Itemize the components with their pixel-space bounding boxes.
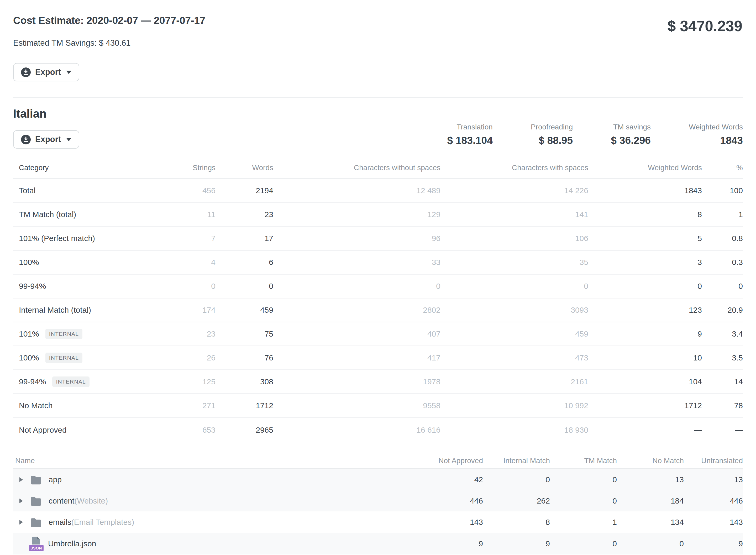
files-table: NameNot ApprovedInternal MatchTM MatchNo… (13, 453, 743, 554)
value-cell: 143 (684, 511, 743, 533)
value-cell: 0 (441, 274, 588, 298)
value-cell: 1843 (588, 179, 702, 202)
value-cell: 143 (416, 511, 483, 533)
file-row[interactable]: content(Website)4462620184446 (13, 490, 743, 511)
value-cell: 3.4 (702, 323, 743, 345)
category-label: Total (19, 186, 36, 195)
cost-breakdown-table: CategoryStringsWordsCharacters without s… (13, 157, 743, 442)
value-cell: 0 (617, 533, 684, 554)
value-cell: 1712 (216, 394, 273, 417)
expand-arrow-icon[interactable] (19, 499, 23, 503)
file-row[interactable]: emails(Email Templates)14381134143 (13, 511, 743, 533)
table-row: 100%46333530.3 (13, 251, 743, 274)
stat-label: Weighted Words (689, 123, 743, 131)
expand-arrow-icon[interactable] (19, 520, 23, 524)
category-cell: 101%INTERNAL (13, 323, 160, 345)
value-cell: 0 (588, 274, 702, 298)
category-label: TM Match (total) (19, 210, 76, 219)
category-cell: No Match (13, 394, 160, 417)
value-cell: 653 (160, 418, 216, 442)
export-button-label: Export (35, 68, 61, 77)
column-header: Characters without spaces (273, 157, 441, 178)
value-cell: 13 (684, 469, 743, 490)
language-export-button[interactable]: Export (13, 130, 79, 148)
value-cell: 14 (702, 370, 743, 393)
value-cell: 2802 (273, 299, 441, 322)
stat-block: TM savings$ 36.296 (611, 123, 651, 146)
value-cell: 174 (160, 299, 216, 322)
value-cell: 459 (216, 299, 273, 322)
estimated-tm-savings: Estimated TM Savings: $ 430.61 (13, 38, 130, 48)
category-label: Not Approved (19, 426, 67, 434)
value-cell: 9558 (273, 394, 441, 417)
value-cell: — (702, 418, 743, 442)
value-cell: 134 (617, 511, 684, 533)
value-cell: 2965 (216, 418, 273, 442)
value-cell: 446 (416, 490, 483, 511)
value-cell: 10 (588, 346, 702, 370)
value-cell: 141 (441, 203, 588, 226)
internal-badge: INTERNAL (52, 377, 89, 387)
value-cell: 2161 (441, 370, 588, 393)
stat-value: 1843 (689, 135, 743, 146)
category-cell: Total (13, 179, 160, 202)
category-label: 99-94% (19, 282, 46, 291)
category-label: 101% (19, 330, 39, 338)
column-header: Untranslated (684, 453, 743, 468)
download-icon (21, 135, 31, 144)
value-cell: 9 (588, 323, 702, 345)
value-cell: 26 (160, 346, 216, 370)
category-cell: 100% (13, 251, 160, 274)
value-cell: 9 (483, 533, 550, 554)
folder-icon (30, 496, 42, 506)
value-cell: 1712 (588, 394, 702, 417)
total-cost: $ 3470.239 (668, 17, 742, 35)
table-row: Internal Match (total)174459280230931232… (13, 299, 743, 323)
category-cell: 100%INTERNAL (13, 346, 160, 370)
file-row[interactable]: app42001313 (13, 469, 743, 490)
file-name-cell: emails(Email Templates) (13, 511, 416, 533)
value-cell: 0 (160, 274, 216, 298)
column-header: Internal Match (483, 453, 550, 468)
file-name-suffix: (Website) (74, 497, 108, 505)
column-header: Name (13, 453, 416, 468)
expand-arrow-icon[interactable] (19, 477, 23, 482)
files-table-header: NameNot ApprovedInternal MatchTM MatchNo… (13, 453, 743, 469)
stat-label: Proofreading (531, 123, 573, 131)
value-cell: 459 (441, 323, 588, 345)
value-cell: 13 (617, 469, 684, 490)
value-cell: 7 (160, 227, 216, 250)
value-cell: 12 489 (273, 179, 441, 202)
column-header: Weighted Words (588, 157, 702, 178)
value-cell: 8 (483, 511, 550, 533)
table-row: TM Match (total)112312914181 (13, 203, 743, 227)
category-cell: 99-94%INTERNAL (13, 370, 160, 393)
file-name: emails (49, 518, 72, 527)
column-header: Not Approved (416, 453, 483, 468)
value-cell: 5 (588, 227, 702, 250)
table-row: 101%INTERNAL237540745993.4 (13, 323, 743, 346)
cost-table-header: CategoryStringsWordsCharacters without s… (13, 157, 743, 179)
cost-table-body: Total456219412 48914 2261843100TM Match … (13, 179, 743, 442)
stat-block: Proofreading$ 88.95 (531, 123, 573, 146)
stat-value: $ 36.296 (611, 135, 651, 146)
value-cell: 184 (617, 490, 684, 511)
file-row[interactable]: JSONUmbrella.json99009 (13, 533, 743, 554)
value-cell: 42 (416, 469, 483, 490)
table-row: Not Approved653296516 61618 930—— (13, 418, 743, 442)
table-row: 99-94%INTERNAL1253081978216110414 (13, 370, 743, 394)
stat-block: Translation$ 183.104 (447, 123, 493, 146)
export-button[interactable]: Export (13, 63, 79, 81)
internal-badge: INTERNAL (45, 352, 82, 363)
value-cell: 76 (216, 346, 273, 370)
value-cell: 23 (216, 203, 273, 226)
column-header: Strings (160, 157, 216, 178)
value-cell: 0 (550, 490, 617, 511)
cost-summary-stats: Translation$ 183.104Proofreading$ 88.95T… (447, 123, 743, 146)
value-cell: 4 (160, 251, 216, 274)
value-cell: 3 (588, 251, 702, 274)
file-name: content (49, 497, 74, 505)
category-label: Internal Match (total) (19, 306, 91, 314)
value-cell: 35 (441, 251, 588, 274)
category-label: No Match (19, 401, 52, 410)
